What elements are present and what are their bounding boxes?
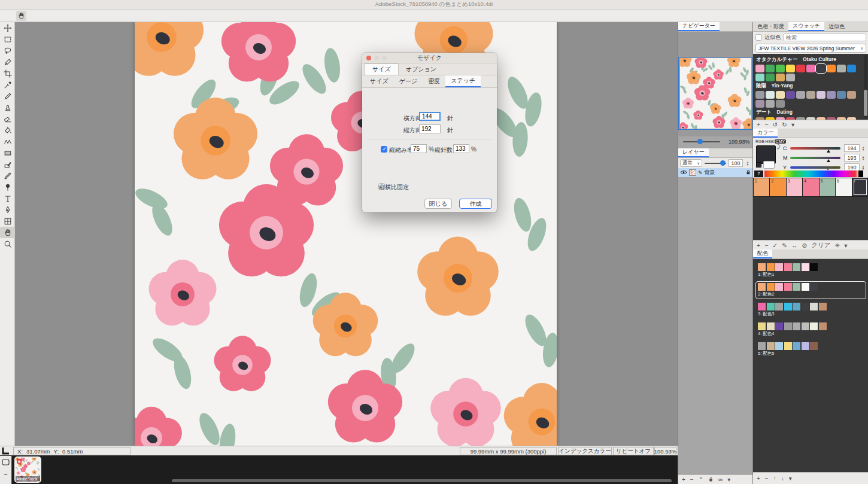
swatch[interactable] [755,100,764,108]
channel-value[interactable]: 193 [844,154,860,162]
color-mode-indicator[interactable]: インデックスカラー [558,447,612,455]
spectrum-bar[interactable] [764,171,863,177]
document-thumbnail[interactable]: ▣ AdobeStock_ [14,456,41,483]
tool-eyedropper[interactable] [0,79,15,90]
tab-color[interactable]: カラー [753,129,778,138]
dialog-subtab-size[interactable]: サイズ [365,75,394,87]
layers-footer-icon-+[interactable]: + [682,476,685,483]
scheme-toolbar-icon-↔[interactable]: ↔ [791,242,798,249]
swatch[interactable] [837,65,846,72]
palette-color-6[interactable]: 6 [836,178,851,196]
swatch[interactable] [786,74,795,81]
layers-footer-icon-−[interactable]: − [690,476,694,483]
scheme-color[interactable] [802,322,809,330]
scheme-color[interactable] [784,322,792,330]
swatch[interactable] [796,91,805,99]
swatch[interactable] [817,91,825,99]
channel-slider-thumb[interactable] [827,159,830,162]
dialog-tab-size[interactable]: サイズ [365,63,399,75]
tab-色相・彩度[interactable]: 色相・彩度 [753,22,788,31]
scheme-color[interactable] [767,342,775,350]
scheme-color[interactable] [758,263,766,271]
navigator-preview[interactable] [678,32,753,136]
scheme-row[interactable]: 3: 配色3 [755,301,866,319]
swatch[interactable] [755,74,764,81]
navigator-zoom-slider-thumb[interactable] [697,139,703,144]
swatch-toolbar-icon-−[interactable]: − [764,121,768,128]
scheme-color[interactable] [819,303,827,311]
swatch[interactable] [776,91,785,99]
tool-pencil[interactable] [0,90,15,102]
swatch[interactable] [776,100,785,108]
layers-footer-lock-icon[interactable] [708,476,714,483]
swatch[interactable] [806,91,815,99]
scheme-color[interactable] [793,263,800,271]
tool-bucket[interactable] [0,124,15,136]
tab-layers[interactable]: レイヤー [678,148,709,157]
swatch[interactable] [847,91,856,99]
background-color-well[interactable] [763,161,775,169]
swatch-scrollbar-thumb[interactable] [864,90,867,116]
swatch[interactable] [766,65,775,72]
layers-footer-icon-▾[interactable]: ▾ [727,476,730,483]
channel-slider-thumb[interactable] [827,150,830,153]
navigator-zoom-slider[interactable] [683,141,720,142]
palette-color-7[interactable]: 7 [852,178,868,196]
scheme-color[interactable] [810,263,818,271]
tool-rectangle[interactable] [0,147,15,159]
tool-crop[interactable] [0,68,15,79]
scheme-color[interactable] [793,342,800,350]
dialog-tab-options[interactable]: オプション [399,63,444,75]
palette-color-5[interactable]: 5 [820,178,835,196]
scheme-color[interactable] [758,303,766,311]
scheme-color[interactable] [810,342,818,350]
swatch[interactable] [776,65,785,72]
shrink-checkbox[interactable] [381,146,387,153]
swatch[interactable] [796,65,805,72]
tool-brush[interactable] [0,170,15,181]
palette-color-3[interactable]: 3 [787,178,802,196]
palette-color-1[interactable]: 1 [754,178,769,196]
scheme-color[interactable] [819,322,827,330]
scheme-toolbar-icon-✳[interactable]: ✳ [834,242,840,249]
canvas-area[interactable] [15,22,678,446]
layers-footer-icon-⌃[interactable]: ⌃ [699,476,703,483]
scheme-color[interactable] [784,283,792,291]
zoom-indicator[interactable]: 100.93% [654,447,676,455]
tool-lasso[interactable] [0,45,15,56]
scheme-color[interactable] [802,283,809,291]
swatch-library-select[interactable]: JFW TEXTILE VIEW 2026 Spring Summer ∨ [755,44,866,53]
scheme-color[interactable] [793,283,800,291]
scheme-color[interactable] [810,303,818,311]
tool-pin[interactable] [0,181,15,193]
tool-clone[interactable] [0,159,15,170]
scheme-color[interactable] [775,263,783,271]
opacity-value[interactable]: 100 [729,159,743,167]
tool-stitch[interactable] [0,136,15,147]
swatch-scrollbar[interactable] [864,55,867,118]
scheme-color[interactable] [767,263,775,271]
swatch[interactable] [755,91,764,99]
dialog-subtab-gauge[interactable]: ゲージ [394,75,423,87]
layers-footer-icon-∞[interactable]: ∞ [718,476,723,483]
swatch[interactable] [766,100,775,108]
swatch[interactable] [817,65,825,72]
scheme-footer-icon-+[interactable]: + [757,475,760,482]
scheme-color[interactable] [793,322,800,330]
tool-pen[interactable] [0,204,15,215]
tool-hand[interactable] [0,227,15,238]
minimize-window-icon[interactable] [374,56,379,60]
tool-grid[interactable] [0,215,15,227]
opacity-slider[interactable] [705,163,726,164]
repeat-mode-indicator[interactable]: リピートオフ [613,447,654,455]
scheme-color[interactable] [775,283,783,291]
tab-近似色[interactable]: 近似色 [824,22,849,31]
swatch[interactable] [806,65,815,72]
scheme-color[interactable] [810,283,818,291]
swatch[interactable] [755,65,764,72]
scheme-toolbar-icon-⊘[interactable]: ⊘ [802,242,807,249]
scheme-color[interactable] [775,303,783,311]
palette-color-2[interactable]: 2 [770,178,785,196]
scheme-color[interactable] [784,342,792,350]
scheme-color[interactable] [802,263,809,271]
